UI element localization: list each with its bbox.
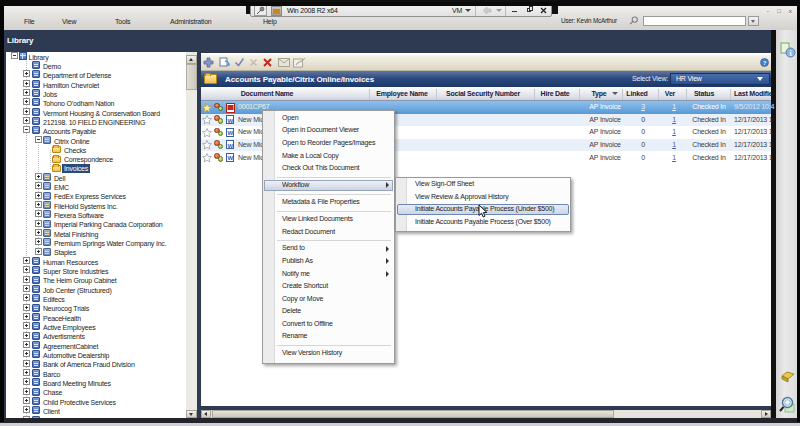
svg-text:?: ? (763, 59, 766, 66)
